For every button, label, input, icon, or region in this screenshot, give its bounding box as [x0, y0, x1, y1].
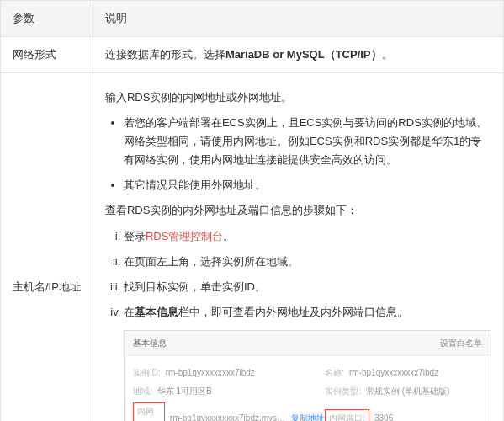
panel-row-2: 地域:华东 1可用区B 实例类型:常规实例 (单机基础版): [133, 384, 482, 398]
label-host: 主机名/IP地址: [1, 73, 93, 422]
step-3: 找到目标实例，单击实例ID。: [124, 278, 491, 296]
config-whitelist[interactable]: 设置白名单: [440, 336, 482, 350]
desc-host: 输入RDS实例的内网地址或外网地址。 若您的客户端部署在ECS实例上，且ECS实…: [93, 73, 503, 422]
params-table: 参数 说明 网络形式 连接数据库的形式。选择MariaDB or MySQL（T…: [0, 0, 504, 421]
copy-intranet-addr[interactable]: 复制地址: [291, 411, 325, 421]
row-network: 网络形式 连接数据库的形式。选择MariaDB or MySQL（TCP/IP）…: [1, 37, 504, 73]
panel-row-3: 内网地址:rm-bp1qyxxxxxxxx7ibdz.mysql.rds.ali…: [133, 402, 482, 421]
host-intro: 输入RDS实例的内网地址或外网地址。: [105, 88, 491, 107]
host-bullets: 若您的客户端部署在ECS实例上，且ECS实例与要访问的RDS实例的地域、网络类型…: [124, 114, 491, 195]
label-network: 网络形式: [1, 37, 93, 73]
step-4: 在基本信息栏中，即可查看内外网地址及内外网端口信息。 基本信息 设置白名单 实例…: [124, 303, 491, 421]
basic-info-panel: 基本信息 设置白名单 实例ID:rm-bp1qyxxxxxxxx7ibdz 名称…: [124, 330, 491, 421]
intranet-addr-label: 内网地址:: [133, 402, 165, 421]
rds-console-link[interactable]: RDS管理控制台: [146, 230, 223, 242]
header-row: 参数 说明: [1, 1, 504, 37]
host-steps: 登录RDS管理控制台。 在页面左上角，选择实例所在地域。 找到目标实例，单击实例…: [124, 227, 491, 421]
panel-title: 基本信息: [133, 336, 167, 350]
steps-intro: 查看RDS实例的内外网地址及端口信息的步骤如下：: [105, 201, 491, 220]
header-desc: 说明: [93, 1, 503, 37]
row-host: 主机名/IP地址 输入RDS实例的内网地址或外网地址。 若您的客户端部署在ECS…: [1, 73, 504, 422]
intranet-port-label: 内网端口:: [325, 409, 369, 421]
header-param: 参数: [1, 1, 93, 37]
panel-row-1: 实例ID:rm-bp1qyxxxxxxxx7ibdz 名称:rm-bp1qyxx…: [133, 365, 482, 380]
step-1: 登录RDS管理控制台。: [124, 227, 491, 246]
bullet-internal: 若您的客户端部署在ECS实例上，且ECS实例与要访问的RDS实例的地域、网络类型…: [124, 114, 491, 169]
bullet-external: 其它情况只能使用外网地址。: [124, 176, 491, 195]
desc-network: 连接数据库的形式。选择MariaDB or MySQL（TCP/IP）。: [93, 37, 503, 73]
step-2: 在页面左上角，选择实例所在地域。: [124, 253, 491, 271]
